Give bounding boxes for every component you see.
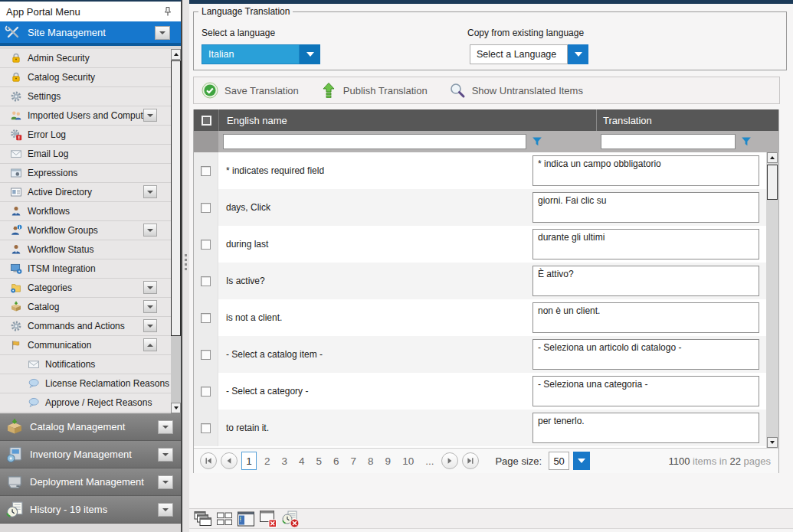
translation-textarea[interactable]: - Seleziona un articolo di catalogo - xyxy=(532,339,759,370)
sidebar-item-email-log[interactable]: Email Log xyxy=(0,145,171,164)
page-button[interactable]: 2 xyxy=(261,455,274,467)
sidebar-item-settings[interactable]: Settings xyxy=(0,87,171,106)
splitter-handle[interactable] xyxy=(185,254,187,270)
row-checkbox[interactable] xyxy=(201,276,211,286)
row-checkbox[interactable] xyxy=(201,203,211,213)
sidebar-section-history[interactable]: History - 19 items xyxy=(0,496,181,524)
scroll-down-icon[interactable] xyxy=(171,403,181,413)
sidebar-scrollbar[interactable] xyxy=(171,49,181,413)
sidebar-item-commands-actions[interactable]: Commands and Actions xyxy=(0,317,171,336)
page-button[interactable]: 6 xyxy=(329,455,343,467)
page-size-value[interactable]: 50 xyxy=(549,452,569,470)
scrollbar-thumb[interactable] xyxy=(171,60,181,336)
row-checkbox[interactable] xyxy=(201,313,211,323)
sidebar-item-catalog-security[interactable]: Catalog Security xyxy=(0,68,171,87)
english-filter-input[interactable] xyxy=(223,134,526,149)
chevron-down-icon[interactable] xyxy=(143,185,157,198)
sidebar-item-catalog[interactable]: Catalog xyxy=(0,298,171,317)
chevron-down-icon[interactable] xyxy=(573,452,590,470)
row-checkbox[interactable] xyxy=(201,350,211,360)
chevron-down-icon[interactable] xyxy=(158,448,173,462)
save-translation-button[interactable]: Save Translation xyxy=(202,82,299,99)
sidebar-item-itsm-integration[interactable]: ITSM Integration xyxy=(0,259,171,279)
row-checkbox[interactable] xyxy=(201,387,211,397)
page-button[interactable]: 7 xyxy=(347,455,361,467)
translation-textarea[interactable]: durante gli ultimi xyxy=(532,229,759,259)
page-button[interactable]: 10 xyxy=(398,455,418,467)
cascade-windows-icon[interactable] xyxy=(194,511,212,527)
translation-textarea[interactable]: non è un client. xyxy=(532,302,759,333)
show-untranslated-button[interactable]: Show Untranslated Items xyxy=(449,82,583,99)
tile-windows-icon[interactable] xyxy=(216,511,233,527)
sidebar-section-site-management[interactable]: Site Management xyxy=(0,21,181,46)
sidebar-item-expressions[interactable]: Expressions xyxy=(0,164,171,183)
chevron-down-icon[interactable] xyxy=(568,44,588,64)
chevron-down-icon[interactable] xyxy=(143,281,157,294)
translation-textarea[interactable]: - Seleziona una categoria - xyxy=(532,376,759,406)
sidebar-item-categories[interactable]: Categories xyxy=(0,279,171,298)
close-window-icon[interactable] xyxy=(259,510,277,528)
last-page-button[interactable] xyxy=(462,452,479,469)
chevron-up-icon[interactable] xyxy=(143,338,157,351)
prev-page-button[interactable] xyxy=(221,452,238,469)
select-language-dropdown[interactable]: Italian xyxy=(202,44,320,64)
main-content: Language Translation Select a language I… xyxy=(189,0,793,532)
sidebar-item-active-directory[interactable]: Active Directory xyxy=(0,183,171,202)
sidebar-splitter[interactable] xyxy=(182,0,189,532)
row-checkbox[interactable] xyxy=(201,423,211,433)
chevron-down-icon[interactable] xyxy=(158,420,173,434)
page-button[interactable]: 3 xyxy=(278,455,292,467)
chevron-down-icon[interactable] xyxy=(143,300,157,313)
translation-textarea[interactable]: per tenerlo. xyxy=(532,413,759,443)
scrollbar-thumb[interactable] xyxy=(767,165,778,200)
sidebar-item-approve-reject[interactable]: Approve / Reject Reasons xyxy=(0,393,171,413)
window-panel-icon[interactable] xyxy=(237,511,255,527)
scroll-up-icon[interactable] xyxy=(767,152,778,163)
publish-translation-button[interactable]: Publish Translation xyxy=(320,82,428,99)
filter-icon[interactable] xyxy=(741,136,752,147)
scroll-up-icon[interactable] xyxy=(171,49,181,60)
scroll-down-icon[interactable] xyxy=(767,437,778,448)
row-checkbox[interactable] xyxy=(201,166,211,176)
chevron-down-icon[interactable] xyxy=(143,224,157,237)
sidebar-item-workflow-groups[interactable]: Workflow Groups xyxy=(0,221,171,240)
sidebar-section-inventory-management[interactable]: Inventory Management xyxy=(0,441,181,468)
row-checkbox[interactable] xyxy=(201,240,211,250)
chevron-down-icon[interactable] xyxy=(143,109,157,122)
sidebar-section-deployment-management[interactable]: Deployment Management xyxy=(0,468,181,496)
translation-filter-input[interactable] xyxy=(601,134,736,149)
copy-language-dropdown[interactable]: Select a Language xyxy=(470,44,588,64)
column-header-translation[interactable]: Translation xyxy=(596,109,778,131)
pin-icon[interactable] xyxy=(162,6,173,17)
chevron-down-icon[interactable] xyxy=(143,319,157,332)
sidebar-item-error-log[interactable]: Error Log xyxy=(0,126,171,145)
sidebar-item-admin-security[interactable]: Admin Security xyxy=(0,49,171,68)
sidebar-item-notifications[interactable]: Notifications xyxy=(0,355,171,374)
filter-icon[interactable] xyxy=(532,136,542,147)
sidebar-item-workflows[interactable]: Workflows xyxy=(0,202,171,221)
first-page-button[interactable] xyxy=(200,452,217,469)
select-all-checkbox[interactable] xyxy=(202,116,211,126)
chevron-down-icon[interactable] xyxy=(300,44,320,64)
chevron-down-icon[interactable] xyxy=(158,503,173,517)
sidebar-section-catalog-management[interactable]: Catalog Management xyxy=(0,413,181,441)
sidebar-item-communication[interactable]: Communication xyxy=(0,336,171,355)
translation-textarea[interactable]: giorni. Fai clic su xyxy=(532,192,759,223)
chevron-down-icon[interactable] xyxy=(158,475,173,489)
column-header-english[interactable]: English name xyxy=(218,109,596,131)
page-button[interactable]: 8 xyxy=(364,455,378,467)
translation-textarea[interactable]: * indica un campo obbligatorio xyxy=(532,155,759,186)
page-ellipsis[interactable]: ... xyxy=(421,455,437,467)
page-button[interactable]: 4 xyxy=(295,455,309,467)
sidebar-item-license-reclamation[interactable]: License Reclamation Reasons xyxy=(0,374,171,393)
sidebar-item-workflow-status[interactable]: Workflow Status xyxy=(0,240,171,259)
chevron-down-icon[interactable] xyxy=(155,26,170,40)
page-button-current[interactable]: 1 xyxy=(241,452,257,470)
translation-textarea[interactable]: È attivo? xyxy=(532,266,759,296)
close-history-icon[interactable] xyxy=(281,510,300,528)
grid-scrollbar[interactable] xyxy=(766,152,778,448)
next-page-button[interactable] xyxy=(441,452,458,469)
page-button[interactable]: 5 xyxy=(313,455,326,467)
sidebar-item-imported-users[interactable]: Imported Users and Computers xyxy=(0,106,171,126)
page-button[interactable]: 9 xyxy=(382,455,395,467)
